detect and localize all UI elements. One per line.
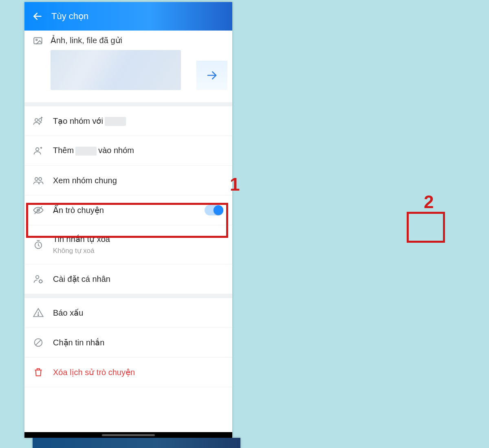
- hide-chat-row[interactable]: Ẩn trò chuyện: [24, 195, 232, 225]
- hide-chat-label: Ẩn trò chuyện: [53, 205, 104, 215]
- group-icon: [33, 175, 44, 186]
- report-label: Báo xấu: [53, 308, 83, 318]
- view-common-groups-row[interactable]: Xem nhóm chung: [24, 166, 232, 195]
- timer-icon: [33, 239, 44, 250]
- report-row[interactable]: Báo xấu: [24, 298, 232, 328]
- auto-delete-label: Tin nhắn tự xoá: [53, 234, 110, 244]
- personal-settings-label: Cài đặt cá nhân: [53, 274, 110, 284]
- screen-step-1: Tùy chọn Ảnh, link, file đã gửi Tạo nhóm…: [24, 2, 232, 438]
- redacted-name: [105, 117, 126, 126]
- svg-line-17: [36, 340, 41, 345]
- hide-chat-toggle[interactable]: [205, 205, 223, 215]
- svg-point-2: [36, 39, 37, 40]
- eye-off-icon: [33, 204, 44, 216]
- create-group-label: Tạo nhóm với: [53, 116, 128, 126]
- trash-icon: [33, 367, 44, 378]
- block-label: Chặn tin nhắn: [53, 338, 104, 347]
- header: Tùy chọn: [24, 2, 232, 31]
- svg-point-4: [35, 119, 38, 121]
- android-nav-bar: [24, 432, 232, 438]
- callout-box-2: [407, 212, 445, 243]
- add-to-group-label: Thêmvào nhóm: [53, 146, 134, 156]
- person-add-icon: [33, 145, 44, 156]
- add-to-group-row[interactable]: Thêmvào nhóm: [24, 136, 232, 166]
- step-badge-1: 1: [230, 174, 240, 195]
- header-title: Tùy chọn: [51, 11, 88, 22]
- block-row[interactable]: Chặn tin nhắn: [24, 328, 232, 358]
- media-files-label: Ảnh, link, file đã gửi: [51, 35, 224, 45]
- step-badge-2: 2: [424, 192, 434, 212]
- delete-history-row[interactable]: Xóa lịch sử trò chuyện: [24, 358, 232, 387]
- person-gear-icon: [33, 273, 44, 285]
- media-open-button[interactable]: [196, 61, 227, 90]
- personal-settings-row[interactable]: Cài đặt cá nhân: [24, 264, 232, 294]
- redacted-name: [75, 147, 97, 156]
- group-add-icon: [33, 115, 44, 127]
- create-group-row[interactable]: Tạo nhóm với: [24, 106, 232, 136]
- warning-icon: [33, 307, 44, 318]
- auto-delete-sub: Không tự xoá: [53, 246, 110, 255]
- section-divider: [24, 294, 232, 298]
- back-icon[interactable]: [32, 11, 43, 22]
- svg-point-15: [38, 315, 39, 316]
- block-icon: [33, 337, 44, 348]
- modal-overlay[interactable]: [33, 438, 240, 448]
- svg-point-5: [39, 119, 42, 121]
- svg-point-6: [36, 148, 39, 151]
- section-divider: [24, 102, 232, 106]
- image-icon: [33, 35, 43, 46]
- svg-point-7: [35, 178, 38, 180]
- delete-history-label: Xóa lịch sử trò chuyện: [53, 367, 135, 377]
- screen-step-2: Tùy chọn Ảnh, link, file đã gửi Tạo nhóm…: [33, 438, 240, 448]
- view-common-label: Xem nhóm chung: [53, 176, 117, 185]
- media-preview: [51, 50, 181, 90]
- auto-delete-row[interactable]: Tin nhắn tự xoá Không tự xoá: [24, 225, 232, 264]
- svg-point-12: [36, 276, 39, 279]
- svg-point-8: [39, 178, 42, 180]
- media-files-row[interactable]: Ảnh, link, file đã gửi: [24, 31, 232, 102]
